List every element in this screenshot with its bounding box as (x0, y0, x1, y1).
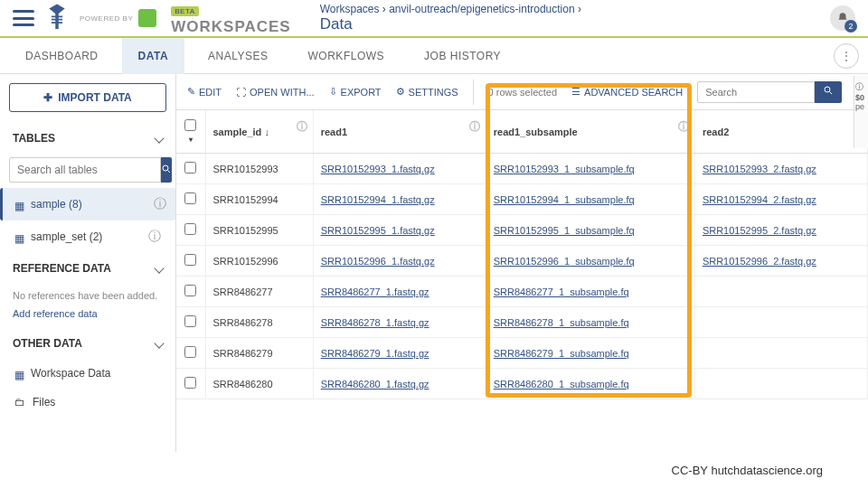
table-row: SRR8486280 SRR8486280_1.fastq.gz SRR8486… (176, 369, 868, 399)
cell-sample-id: SRR8486278 (205, 307, 313, 338)
file-link[interactable]: SRR8486279_1.fastq.gz (321, 348, 429, 359)
cell-read1: SRR10152996_1.fastq.gz (313, 246, 486, 277)
tab-analyses[interactable]: ANALYSES (192, 38, 284, 74)
file-link[interactable]: SRR10152995_1.fastq.gz (321, 225, 435, 236)
row-checkbox[interactable] (184, 254, 196, 266)
cell-read1-subsample: SRR8486280_1_subsample.fq (486, 369, 694, 399)
file-link[interactable]: SRR10152994_1.fastq.gz (321, 194, 435, 205)
table-icon (14, 369, 24, 378)
powered-by: POWERED BY (80, 9, 160, 27)
data-table: ▾ sample_id ↓ⓘ read1ⓘ read1_subsampleⓘ r… (176, 110, 868, 399)
breadcrumb-area: Workspaces › anvil-outreach/epigenetics-… (320, 3, 581, 33)
file-link[interactable]: SRR10152995_1_subsample.fq (494, 225, 635, 236)
table-row: SRR10152993 SRR10152993_1.fastq.gz SRR10… (176, 154, 868, 184)
row-checkbox[interactable] (184, 285, 196, 296)
column-read2[interactable]: read2 (694, 110, 867, 154)
cell-read1-subsample: SRR10152993_1_subsample.fq (486, 154, 694, 184)
row-checkbox[interactable] (184, 377, 196, 389)
advanced-search-button[interactable]: ☰ADVANCED SEARCH (571, 86, 683, 98)
cell-read2: SRR10152996_2.fastq.gz (694, 246, 867, 277)
sidebar-item-sample-set[interactable]: sample_set (2) ⓘ (9, 221, 166, 253)
more-menu-button[interactable]: ⋮ (834, 43, 859, 69)
svg-line-5 (830, 92, 833, 95)
open-with-button[interactable]: ⛶OPEN WITH... (236, 87, 315, 98)
file-link[interactable]: SRR10152994_2.fastq.gz (703, 194, 816, 205)
file-link[interactable]: SRR8486280_1.fastq.gz (321, 379, 429, 389)
row-checkbox[interactable] (184, 315, 196, 327)
select-all-checkbox[interactable] (184, 119, 196, 131)
column-read1-subsample[interactable]: read1_subsampleⓘ (486, 110, 694, 154)
cell-read1-subsample: SRR10152996_1_subsample.fq (486, 246, 694, 277)
import-data-button[interactable]: ✚ IMPORT DATA (9, 83, 166, 112)
gear-icon: ⚙ (396, 86, 405, 98)
add-reference-link[interactable]: Add reference data (9, 308, 166, 328)
rows-selected-label: 0 rows selected (488, 87, 557, 98)
column-read1[interactable]: read1ⓘ (313, 110, 486, 154)
row-checkbox[interactable] (184, 162, 196, 174)
info-icon[interactable]: ⓘ (154, 196, 166, 212)
tab-data[interactable]: DATA (122, 38, 185, 74)
tables-search-input[interactable] (9, 157, 161, 183)
column-sample-id[interactable]: sample_id ↓ⓘ (205, 110, 313, 154)
table-search-input[interactable] (697, 81, 815, 103)
tables-search-button[interactable] (161, 157, 172, 183)
table-row: SRR8486278 SRR8486278_1.fastq.gz SRR8486… (176, 307, 868, 338)
info-icon[interactable]: ⓘ (469, 119, 480, 135)
cell-read1: SRR10152993_1.fastq.gz (313, 154, 486, 184)
cell-read2 (694, 277, 867, 307)
expand-icon: ⛶ (236, 87, 246, 98)
reference-note: No references have been added. (9, 284, 166, 308)
cost-panel[interactable]: ⓘ $0 pe (854, 76, 868, 148)
settings-button[interactable]: ⚙SETTINGS (396, 86, 458, 98)
info-icon[interactable]: ⓘ (678, 119, 689, 135)
file-link[interactable]: SRR10152996_1.fastq.gz (321, 256, 435, 267)
tab-job-history[interactable]: JOB HISTORY (408, 38, 517, 74)
breadcrumb[interactable]: Workspaces › anvil-outreach/epigenetics-… (320, 3, 581, 15)
table-search-button[interactable] (815, 81, 842, 103)
table-row: SRR10152994 SRR10152994_1.fastq.gz SRR10… (176, 184, 868, 215)
chevron-down-icon[interactable]: ▾ (189, 136, 193, 144)
sidebar-item-sample[interactable]: sample (8) ⓘ (0, 188, 175, 221)
row-checkbox[interactable] (184, 346, 196, 358)
info-icon[interactable]: ⓘ (297, 119, 307, 135)
sidebar-item-workspace-data[interactable]: Workspace Data (9, 359, 166, 388)
cell-sample-id: SRR8486279 (205, 338, 313, 369)
tab-dashboard[interactable]: DASHBOARD (9, 38, 115, 74)
file-link[interactable]: SRR8486279_1_subsample.fq (494, 348, 629, 359)
file-link[interactable]: SRR10152996_2.fastq.gz (703, 256, 816, 267)
edit-button[interactable]: ✎EDIT (187, 86, 222, 98)
file-link[interactable]: SRR10152995_2.fastq.gz (703, 225, 816, 236)
cell-read2: SRR10152993_2.fastq.gz (694, 154, 867, 184)
file-link[interactable]: SRR8486278_1_subsample.fq (494, 317, 629, 328)
workspaces-brand: BETA WORKSPACES (171, 1, 290, 36)
file-link[interactable]: SRR8486278_1.fastq.gz (321, 317, 429, 328)
cell-sample-id: SRR8486280 (205, 369, 313, 399)
cell-read1-subsample: SRR8486277_1_subsample.fq (486, 277, 694, 307)
folder-icon: 🗀 (14, 396, 25, 408)
sidebar-item-files[interactable]: 🗀 Files (9, 388, 166, 417)
notifications-button[interactable]: 2 (830, 5, 855, 31)
export-button[interactable]: ⇩EXPORT (329, 86, 382, 98)
menu-icon[interactable] (13, 10, 34, 26)
cell-read1: SRR8486278_1.fastq.gz (313, 307, 486, 338)
file-link[interactable]: SRR10152993_1.fastq.gz (321, 164, 435, 174)
file-link[interactable]: SRR10152993_2.fastq.gz (703, 164, 816, 174)
row-checkbox[interactable] (184, 223, 196, 235)
tab-workflows[interactable]: WORKFLOWS (292, 38, 401, 74)
table-row: SRR8486277 SRR8486277_1.fastq.gz SRR8486… (176, 277, 868, 307)
file-link[interactable]: SRR10152994_1_subsample.fq (494, 194, 635, 205)
file-link[interactable]: SRR8486277_1.fastq.gz (321, 286, 429, 297)
row-checkbox[interactable] (184, 192, 196, 204)
cell-read1: SRR10152994_1.fastq.gz (313, 184, 486, 215)
reference-data-header[interactable]: REFERENCE DATA (9, 253, 166, 284)
anvil-logo-icon (45, 4, 69, 33)
tables-section-header[interactable]: TABLES (9, 123, 166, 154)
chevron-down-icon (154, 133, 164, 143)
file-link[interactable]: SRR10152996_1_subsample.fq (494, 256, 635, 267)
cell-sample-id: SRR8486277 (205, 277, 313, 307)
file-link[interactable]: SRR8486280_1_subsample.fq (494, 379, 629, 389)
file-link[interactable]: SRR8486277_1_subsample.fq (494, 286, 629, 297)
info-icon[interactable]: ⓘ (148, 229, 161, 245)
file-link[interactable]: SRR10152993_1_subsample.fq (494, 164, 635, 174)
other-data-header[interactable]: OTHER DATA (9, 328, 166, 359)
